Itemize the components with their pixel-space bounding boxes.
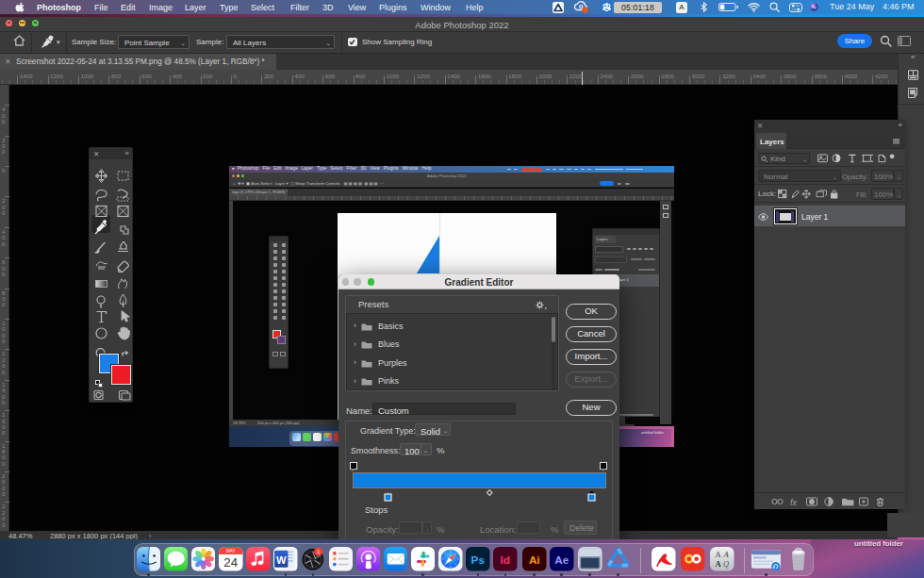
- svg-text:Ae: Ae: [554, 553, 569, 566]
- svg-text:W: W: [276, 554, 287, 566]
- svg-text:fx: fx: [790, 498, 798, 507]
- svg-text:1: 1: [317, 548, 321, 554]
- svg-text:A: A: [715, 559, 721, 569]
- svg-text:A: A: [722, 550, 729, 559]
- svg-text:Ai: Ai: [529, 553, 540, 566]
- svg-text:MAY: MAY: [226, 549, 235, 553]
- svg-text:Q: Q: [723, 559, 729, 569]
- svg-text:Ps: Ps: [471, 553, 486, 566]
- svg-text:A: A: [715, 550, 721, 559]
- svg-text:Id: Id: [501, 553, 510, 566]
- svg-text:24: 24: [223, 555, 238, 570]
